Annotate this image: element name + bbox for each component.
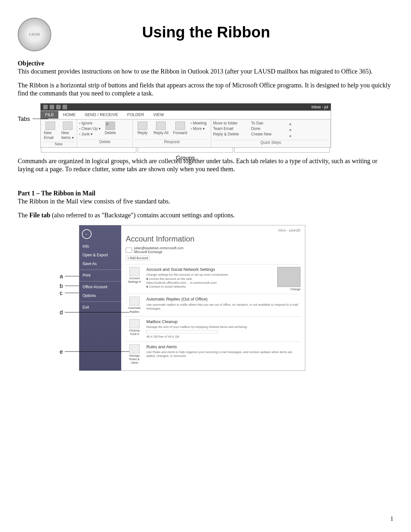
bs-section-cleanup: Cleanup Tools ▾ Mailbox Cleanup Manage t… <box>126 316 300 341</box>
new-items-button[interactable]: New Items ▾ <box>60 121 75 141</box>
qs-done[interactable]: Done <box>251 126 283 131</box>
bs-item-save-as[interactable]: Save As <box>79 260 121 268</box>
qs-scroll-down-icon[interactable]: ▾ <box>289 127 291 133</box>
quicksteps-col2: To Dan Done Create New <box>251 121 283 137</box>
cleanup-tools-button[interactable]: Cleanup Tools ▾ <box>126 319 143 339</box>
account-photo <box>277 267 300 287</box>
qs-to-dan[interactable]: To Dan <box>251 121 283 126</box>
tab-home[interactable]: HOME <box>58 111 80 119</box>
new-email-button[interactable]: New Email <box>43 121 58 141</box>
group-respond: Reply Reply All Forward Meet <box>133 120 211 147</box>
file-tab-bold: File tab <box>29 212 50 219</box>
qs-scroll-up-icon[interactable]: ▴ <box>289 121 291 127</box>
forward-button[interactable]: Forward <box>172 121 189 136</box>
account-type: Microsoft Exchange <box>134 250 162 254</box>
bs-item-print[interactable]: Print <box>79 271 121 280</box>
bs-section-account-settings: Account Settings ▾ Account and Social Ne… <box>126 264 300 294</box>
tab-view[interactable]: VIEW <box>149 111 168 119</box>
change-photo-link[interactable]: Change <box>275 288 300 291</box>
group-delete: Ignore Clean Up ▾ Junk ▾ ✕ Delete Delete <box>77 120 133 147</box>
ribbon-groups-row: New Email New Items ▾ New <box>41 119 331 147</box>
backstage-screenshot: ← Info Open & Export Save As Print Offic… <box>79 225 305 371</box>
account-information-title: Account Information <box>126 234 300 244</box>
legend-e-line <box>65 351 129 352</box>
objective-heading: Objective <box>18 59 393 67</box>
account-settings-desc: Change settings for this account or set … <box>146 273 272 289</box>
group-new: New Email New Items ▾ New <box>41 120 77 147</box>
account-settings-btn-label: Account Settings ▾ <box>128 277 141 283</box>
objective-text: This document provides instructions on h… <box>18 67 393 75</box>
qs-team-email[interactable]: Team Email <box>213 126 245 131</box>
legend-d-line <box>65 312 129 312</box>
reply-label: Reply <box>138 131 148 135</box>
file-tab-sentence: The File tab (also referred to as "Backs… <box>18 211 393 219</box>
qs-reply-delete[interactable]: Reply & Delete <box>213 132 245 137</box>
tab-folder[interactable]: FOLDER <box>123 111 149 119</box>
reply-all-label: Reply All <box>153 131 169 135</box>
junk-button[interactable]: Junk ▾ <box>79 132 101 137</box>
legend-b-line <box>65 286 79 286</box>
reply-button[interactable]: Reply <box>135 121 150 136</box>
tab-send-receive[interactable]: SEND / RECEIVE <box>80 111 122 119</box>
bs-section-rules: Manage Rules & Alerts Rules and Alerts U… <box>126 341 300 368</box>
auto-replies-desc: Use automatic replies to notify others t… <box>146 303 300 311</box>
reply-all-button[interactable]: Reply All <box>152 121 170 136</box>
automatic-replies-icon <box>129 297 140 306</box>
qs-create-new[interactable]: Create New <box>251 132 283 137</box>
account-settings-title: Account and Social Network Settings <box>146 267 272 272</box>
bs-item-exit[interactable]: Exit <box>79 303 121 312</box>
tabs-callout-label: Tabs <box>18 115 30 123</box>
automatic-replies-button[interactable]: Automatic Replies <box>126 297 143 314</box>
account-email: julian@lasdatrain.onmicrosoft.com <box>134 246 183 250</box>
cleanup-button[interactable]: Clean Up ▾ <box>79 126 101 131</box>
new-items-label: New Items ▾ <box>61 131 74 140</box>
legend-a-line <box>65 276 79 276</box>
cleanup-desc: Manage the size of your mailbox by empty… <box>146 325 300 329</box>
quicksteps-col1: Move to folder Team Email Reply & Delete <box>213 121 245 137</box>
group-new-label: New <box>43 142 75 147</box>
part1-text: The Ribbon in the Mail view consists of … <box>18 197 393 205</box>
more-button[interactable]: More ▾ <box>191 126 207 131</box>
quick-access-toolbar <box>43 105 67 109</box>
reply-icon <box>138 122 147 130</box>
qs-move-to-folder[interactable]: Move to folder <box>213 121 245 126</box>
forward-label: Forward <box>173 131 187 135</box>
manage-rules-icon <box>129 344 140 353</box>
ribbon-screenshot: Inbox - jul FILE HOME SEND / RECEIVE FOL… <box>40 103 331 148</box>
ribbon-tabs-row: FILE HOME SEND / RECEIVE FOLDER VIEW <box>41 111 331 119</box>
meeting-button[interactable]: Meeting <box>191 121 207 126</box>
delete-button[interactable]: ✕ Delete <box>103 121 118 136</box>
tab-file[interactable]: FILE <box>41 111 58 119</box>
qat-icon <box>56 105 61 109</box>
bs-item-office-account[interactable]: Office Account <box>79 283 121 291</box>
ignore-button[interactable]: Ignore <box>79 121 101 126</box>
new-email-label: New Email <box>44 131 57 140</box>
new-email-icon <box>45 122 55 130</box>
reply-all-icon <box>156 122 166 130</box>
auto-replies-title: Automatic Replies (Out of Office) <box>146 297 300 302</box>
legend-e: e <box>60 348 63 356</box>
manage-rules-button[interactable]: Manage Rules & Alerts <box>126 344 143 365</box>
account-settings-icon <box>129 267 140 276</box>
groups-callout-label: Groups <box>40 154 330 162</box>
account-settings-button[interactable]: Account Settings ▾ <box>126 267 143 291</box>
window-title: Inbox - jul <box>311 105 328 110</box>
group-delete-label: Delete <box>79 139 131 144</box>
backstage-window-title: Inbox - julian@l <box>278 229 300 233</box>
bs-item-options[interactable]: Options <box>79 291 121 300</box>
respond-side-stack: Meeting More ▾ <box>191 121 207 131</box>
back-arrow-icon[interactable]: ← <box>82 229 92 239</box>
group-respond-label: Respond <box>135 139 209 144</box>
qs-expand-icon[interactable]: ▾ <box>289 133 291 139</box>
bs-item-info[interactable]: Info <box>79 242 121 251</box>
rules-title: Rules and Alerts <box>146 344 300 350</box>
delete-side-stack: Ignore Clean Up ▾ Junk ▾ <box>79 121 101 137</box>
page-title: Using the Ribbon <box>59 23 353 42</box>
file-tab-pre: The <box>18 212 29 219</box>
bs-item-open-export[interactable]: Open & Export <box>79 251 121 260</box>
add-account-button[interactable]: + Add Account <box>126 256 150 261</box>
page-number: 1 <box>390 515 393 523</box>
qat-icon <box>63 105 67 109</box>
file-tab-post: (also referred to as "Backstage") contai… <box>50 212 235 219</box>
legend-c-line <box>65 293 79 293</box>
